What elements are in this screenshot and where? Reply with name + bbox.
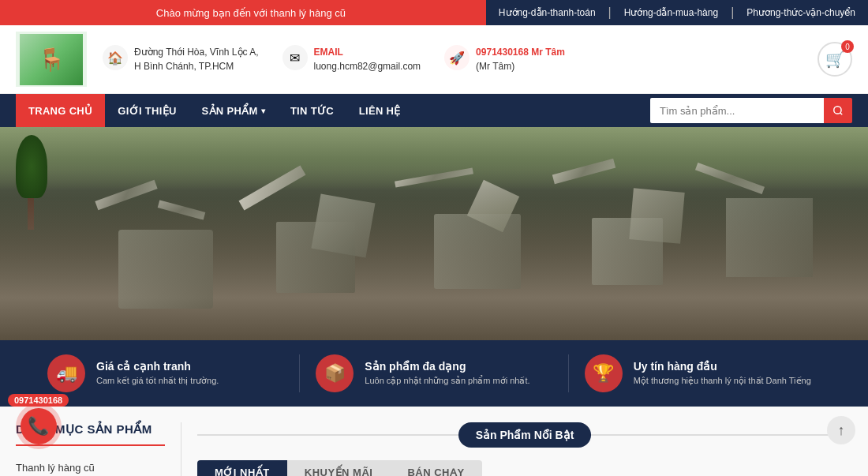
feature-trust-title: Uy tín hàng đầu — [634, 360, 811, 373]
hero-banner — [0, 127, 868, 340]
bottom-section: DANH MỤC SẢN PHẨM Thanh lý hàng cũ Thanh… — [0, 407, 868, 476]
search-input[interactable] — [650, 98, 824, 123]
nav-about[interactable]: GIỚI THIỆU — [105, 94, 189, 127]
float-phone-button[interactable]: 📞 — [21, 408, 57, 444]
nav-search — [650, 98, 852, 123]
address-text: Đường Thới Hòa, Vĩnh Lộc A, H Bình Chánh… — [134, 45, 259, 73]
float-call: 0971430168 📞 — [8, 394, 69, 444]
logo-image — [20, 34, 83, 85]
bottom-inner: DANH MỤC SẢN PHẨM Thanh lý hàng cũ Thanh… — [0, 422, 868, 476]
nav-links: TRANG CHỦ GIỚI THIỆU SẢN PHẨM ▾ TIN TỨC … — [16, 94, 650, 127]
sidebar-item-0[interactable]: Thanh lý hàng cũ — [16, 455, 165, 476]
email-text: EMAIL luong.hcm82@gmail.com — [314, 45, 421, 73]
nav-news[interactable]: TIN TỨC — [278, 94, 346, 127]
nav-home[interactable]: TRANG CHỦ — [16, 94, 105, 127]
product-tabs: MỚI NHẤT KHUYẾN MÃI BÁN CHẠY — [197, 460, 852, 476]
feature-trust-text: Uy tín hàng đầu Một thương hiệu thanh lý… — [634, 360, 811, 387]
header-line-left — [197, 434, 458, 436]
top-link-guide[interactable]: Hướng-dẫn-mua-hàng — [624, 7, 718, 18]
svg-line-1 — [840, 113, 843, 115]
phone-text: 0971430168 Mr Tâm (Mr Tâm) — [476, 45, 565, 73]
svg-point-0 — [834, 107, 841, 114]
email-icon: ✉ — [282, 45, 308, 70]
address-info: 🏠 Đường Thới Hòa, Vĩnh Lộc A, H Bình Chá… — [103, 45, 259, 73]
feature-price-title: Giá cả cạnh tranh — [96, 360, 219, 373]
features-bar: 🚚 Giá cả cạnh tranh Cam kết giá tốt nhất… — [0, 340, 868, 407]
header-line-right — [591, 434, 852, 436]
feature-variety-text: Sản phẩm đa dạng Luôn cập nhật những sản… — [365, 360, 529, 387]
nav-contact[interactable]: LIÊN HỆ — [346, 94, 413, 127]
navigation: TRANG CHỦ GIỚI THIỆU SẢN PHẨM ▾ TIN TỨC … — [0, 94, 868, 127]
top-bar: Chào mừng bạn đến với thanh lý hàng cũ H… — [0, 0, 868, 25]
nav-products[interactable]: SẢN PHẨM ▾ — [189, 94, 278, 127]
tab-newest[interactable]: MỚI NHẤT — [197, 460, 287, 476]
cart-badge: 0 — [841, 40, 854, 53]
products-section-title: Sản Phẩm Nổi Bật — [458, 422, 592, 448]
phone-icon: 🚀 — [444, 45, 470, 70]
top-link-payment[interactable]: Hướng-dẫn-thanh-toán — [499, 7, 596, 18]
header-info: 🏠 Đường Thới Hòa, Vĩnh Lộc A, H Bình Chá… — [103, 42, 852, 77]
feature-variety: 📦 Sản phẩm đa dạng Luôn cập nhật những s… — [300, 354, 568, 392]
feature-price-text: Giá cả cạnh tranh Cam kết giá tốt nhất t… — [96, 360, 219, 387]
feature-variety-icon: 📦 — [316, 354, 354, 392]
tab-promo[interactable]: KHUYẾN MÃI — [287, 460, 391, 476]
feature-variety-title: Sản phẩm đa dạng — [365, 360, 529, 373]
feature-trust-icon: 🏆 — [585, 354, 623, 392]
scroll-top-button[interactable]: ↑ — [827, 416, 855, 444]
search-icon — [832, 105, 844, 116]
tab-bestseller[interactable]: BÁN CHẠY — [390, 460, 481, 476]
header: 🏠 Đường Thới Hòa, Vĩnh Lộc A, H Bình Chá… — [0, 25, 868, 94]
address-icon: 🏠 — [103, 45, 128, 70]
feature-price-desc: Cam kết giá tốt nhất thị trường. — [96, 375, 219, 387]
products-dropdown-arrow: ▾ — [261, 107, 265, 115]
products-section: Sản Phẩm Nổi Bật MỚI NHẤT KHUYẾN MÃI BÁN… — [181, 422, 868, 476]
feature-variety-desc: Luôn cập nhật những sản phẩm mới nhất. — [365, 375, 529, 387]
hero-background — [0, 127, 868, 340]
scroll-top-icon: ↑ — [838, 422, 845, 439]
top-bar-links: Hướng-dẫn-thanh-toán | Hướng-dẫn-mua-hàn… — [486, 0, 868, 25]
feature-trust: 🏆 Uy tín hàng đầu Một thương hiệu thanh … — [569, 354, 836, 392]
email-info: ✉ EMAIL luong.hcm82@gmail.com — [282, 45, 421, 73]
logo[interactable] — [16, 32, 87, 87]
feature-price: 🚚 Giá cả cạnh tranh Cam kết giá tốt nhất… — [32, 354, 300, 392]
feature-trust-desc: Một thương hiệu thanh lý nội thất Danh T… — [634, 375, 811, 387]
top-link-shipping[interactable]: Phương-thức-vận-chuyển — [746, 7, 855, 18]
feature-price-icon: 🚚 — [47, 354, 85, 392]
products-header: Sản Phẩm Nổi Bật — [197, 422, 852, 448]
search-button[interactable] — [824, 98, 852, 123]
cart-button[interactable]: 🛒 0 — [817, 42, 852, 77]
phone-info: 🚀 0971430168 Mr Tâm (Mr Tâm) — [444, 45, 565, 73]
announcement-text: Chào mừng bạn đến với thanh lý hàng cũ — [0, 7, 486, 19]
float-phone-number[interactable]: 0971430168 — [8, 394, 69, 407]
